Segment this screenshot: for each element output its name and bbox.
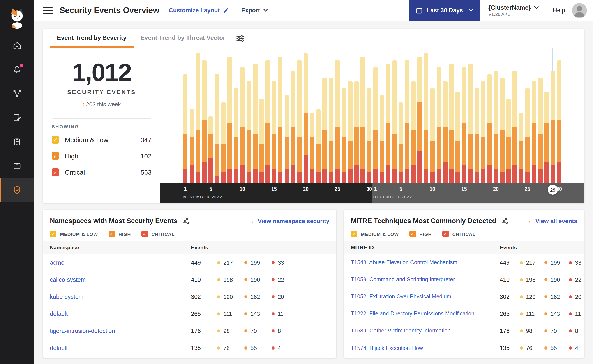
row-link-default[interactable]: default — [50, 310, 191, 317]
chart-bar[interactable] — [436, 53, 442, 183]
user-avatar[interactable] — [572, 3, 587, 18]
chart-bar[interactable] — [366, 53, 372, 183]
tab-event-trend-by-severity[interactable]: Event Trend by Severity — [50, 29, 133, 48]
chart-bar[interactable] — [340, 53, 347, 183]
chart-bar[interactable] — [417, 53, 423, 183]
chart-bar[interactable] — [455, 53, 461, 183]
row-link-t1059-command-and-scripting-interpreter[interactable]: T1059: Command and Scripting Interpreter — [351, 277, 500, 283]
filter-checkbox-high[interactable]: ✓ — [409, 231, 416, 237]
sidebar-item-catalog[interactable] — [0, 154, 34, 178]
row-link-kube-system[interactable]: kube-system — [50, 293, 191, 300]
chart-bar[interactable] — [271, 53, 277, 183]
row-link-t1222-file-and-directory-permissions-modification[interactable]: T1222: File and Directory Permissions Mo… — [351, 311, 500, 317]
chart-bar[interactable] — [220, 53, 227, 183]
chart-bar[interactable] — [214, 53, 220, 183]
row-link-calico-system[interactable]: calico-system — [50, 276, 191, 283]
chart-bar[interactable] — [208, 53, 214, 183]
checkbox-critical[interactable]: ✓ — [52, 169, 59, 176]
cluster-selector[interactable]: {ClusterName} V1.26 AKS — [480, 4, 546, 17]
filter-checkbox-high[interactable]: ✓ — [108, 231, 115, 237]
chart-bar[interactable] — [309, 53, 315, 183]
sidebar-item-notifications[interactable] — [0, 57, 34, 81]
chart-bar[interactable] — [239, 53, 246, 183]
chart-bar[interactable] — [556, 53, 562, 183]
menu-icon[interactable] — [43, 6, 53, 14]
chart-bar[interactable] — [303, 53, 309, 183]
chart-bar[interactable] — [429, 53, 436, 183]
chart-bar[interactable] — [486, 53, 493, 183]
chart-bar[interactable] — [537, 53, 544, 183]
filter-checkbox-medium-low[interactable]: ✓ — [50, 231, 56, 237]
chart-bar[interactable] — [315, 53, 322, 183]
chart-bar[interactable] — [480, 53, 486, 183]
chart-bar[interactable] — [505, 53, 512, 183]
chart-bar[interactable] — [467, 53, 474, 183]
help-link[interactable]: Help — [553, 7, 565, 13]
chart-bar[interactable] — [518, 53, 525, 183]
chart-bar[interactable] — [328, 53, 334, 183]
date-range-button[interactable]: Last 30 Days — [409, 0, 480, 20]
tab-event-trend-by-threat-vector[interactable]: Event Trend by Threat Vector — [133, 29, 232, 48]
sidebar-item-service-graph[interactable] — [0, 81, 34, 105]
chart-bar[interactable] — [258, 53, 265, 183]
chart-bar[interactable] — [525, 53, 531, 183]
chart-bar[interactable] — [385, 53, 391, 183]
chart-bar[interactable] — [246, 53, 252, 183]
chart-bar[interactable] — [543, 53, 550, 183]
chart-bar[interactable] — [360, 53, 366, 183]
chart-bar[interactable] — [372, 53, 379, 183]
view-all-events-link[interactable]: → View all events — [526, 217, 577, 224]
chart-bar[interactable] — [233, 53, 239, 183]
chart-bar[interactable] — [353, 53, 360, 183]
row-link-default[interactable]: default — [50, 345, 191, 351]
selected-day-marker[interactable]: 29 — [548, 185, 558, 195]
chart-bar[interactable] — [442, 53, 448, 183]
chart-bar[interactable] — [290, 53, 296, 183]
calico-logo[interactable] — [0, 0, 34, 33]
chart-bar[interactable] — [499, 53, 505, 183]
chart-bar[interactable] — [461, 53, 467, 183]
chart-bar[interactable] — [322, 53, 328, 183]
chart-bar[interactable] — [423, 53, 429, 183]
export-button[interactable]: Export — [241, 7, 268, 13]
chart-bar[interactable] — [398, 53, 404, 183]
sidebar-item-security-events[interactable] — [0, 178, 34, 202]
chart-bar[interactable] — [493, 53, 499, 183]
chart-bar[interactable] — [277, 53, 284, 183]
chart-bar[interactable] — [410, 53, 417, 183]
chart-bar[interactable] — [296, 53, 303, 183]
row-link-t1589-gather-victim-identity-information[interactable]: T1589: Gather Victim Identity Informatio… — [351, 328, 500, 334]
chart-bar[interactable] — [379, 53, 385, 183]
chart-bar[interactable] — [201, 53, 208, 183]
filter-settings-icon[interactable] — [501, 218, 508, 224]
sidebar-item-home[interactable] — [0, 33, 34, 57]
chart-bar[interactable] — [195, 53, 201, 183]
chart-bar[interactable] — [182, 53, 188, 183]
row-link-acme[interactable]: acme — [50, 259, 191, 266]
filter-checkbox-medium-low[interactable]: ✓ — [351, 231, 357, 237]
chart-bar[interactable] — [334, 53, 341, 183]
chart-bar[interactable] — [284, 53, 290, 183]
chart-bar[interactable] — [404, 53, 410, 183]
row-link-t1574-hijack-execution-flow[interactable]: T1574: Hijack Execution Flow — [351, 345, 500, 351]
row-link-t1548-abuse-elevation-control-mechanism[interactable]: T1548: Abuse Elevation Control Mechanism — [351, 260, 500, 266]
chart-bar[interactable] — [347, 53, 353, 183]
customize-layout-link[interactable]: Customize Layout — [169, 7, 229, 13]
chart-bar[interactable] — [188, 53, 195, 183]
filter-checkbox-critical[interactable]: ✓ — [442, 231, 449, 237]
chart-bar[interactable] — [550, 53, 556, 183]
sidebar-item-reports[interactable] — [0, 130, 34, 154]
filter-settings-icon[interactable] — [183, 218, 190, 224]
chart-bar[interactable] — [512, 53, 518, 183]
chart-bar[interactable] — [227, 53, 233, 183]
chart-bar[interactable] — [252, 53, 258, 183]
chart-bar[interactable] — [391, 53, 398, 183]
checkbox-high[interactable]: ✓ — [52, 152, 59, 160]
chart-settings-icon[interactable] — [237, 29, 245, 48]
chart-bar[interactable] — [448, 53, 455, 183]
chart-bar[interactable] — [531, 53, 537, 183]
sidebar-item-policies[interactable] — [0, 105, 34, 130]
chart-bar[interactable] — [474, 53, 480, 183]
chart-bar[interactable] — [265, 53, 271, 183]
row-link-tigera-intrusion-detection[interactable]: tigera-intrusion-detection — [50, 327, 191, 334]
